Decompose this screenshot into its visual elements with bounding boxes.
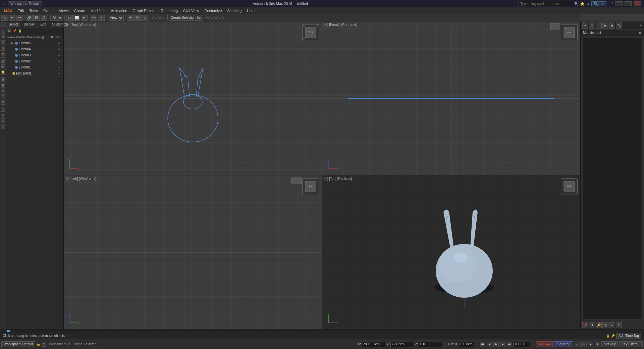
play-next-frame-icon[interactable]: ▶ — [500, 342, 505, 347]
vp-tl-navcube[interactable]: TOP — [302, 24, 319, 41]
se-item-ellipse001[interactable]: Ellipse001 ❄ — [6, 70, 63, 77]
cmd-expand-btn[interactable]: ▶ — [639, 22, 643, 29]
tool-extra1-icon[interactable]: ▷ — [1, 107, 5, 112]
mod-move-up-icon[interactable]: ▲ — [609, 322, 615, 328]
menu-create[interactable]: Create — [71, 8, 88, 13]
menu-max[interactable]: MAX — [1, 8, 15, 13]
menu-help[interactable]: Help — [244, 8, 257, 13]
menu-rendering[interactable]: Rendering — [158, 8, 180, 13]
toolbar-mirror-icon[interactable]: ⟺ — [91, 15, 97, 21]
menu-scripting[interactable]: Scripting — [225, 8, 245, 13]
tab-edit[interactable]: Edit — [38, 22, 49, 27]
se-lock-icon[interactable]: 🔒 — [17, 29, 22, 33]
minimize-button[interactable]: ─ — [615, 1, 623, 6]
toolbar-select-icon[interactable]: ↖ — [1, 15, 8, 21]
se-item-line002[interactable]: Line002 ❄ — [6, 58, 63, 64]
se-item-line004[interactable]: Line004 ❄ — [6, 46, 63, 52]
play-prev-frame-icon[interactable]: ◀ — [487, 342, 492, 347]
viewport-bottom-left[interactable]: [+] [Left] [Wireframe] LEFT Y Z — [64, 176, 322, 329]
mod-delete-icon[interactable]: 🗑 — [602, 322, 608, 328]
toolbar-link-icon[interactable]: 🔗 — [26, 15, 33, 21]
nav-end-icon[interactable]: ⏭ — [581, 342, 587, 347]
se-item-line005[interactable]: ▶ Line005 ❄ — [6, 40, 63, 46]
toolbar-scale-icon[interactable]: ⤢ — [142, 15, 148, 21]
toolbar-move-icon[interactable]: ✛ — [127, 15, 133, 21]
search-input[interactable] — [519, 1, 572, 6]
menu-group[interactable]: Group — [41, 8, 56, 13]
toolbar-select-region-icon[interactable]: ⬜ — [73, 15, 80, 21]
viewport-top-left[interactable]: [+] [Top] [Wireframe] TOP — [64, 21, 322, 175]
modifier-list-area[interactable] — [582, 38, 643, 319]
maximize-button[interactable]: □ — [625, 1, 632, 6]
vp-bl-navcube[interactable]: LEFT — [302, 178, 319, 195]
set-key-button[interactable]: Set Key — [601, 341, 618, 347]
tool-camera-icon[interactable]: 📷 — [1, 64, 5, 69]
selection-filter[interactable]: All — [50, 15, 63, 21]
coord-y-input[interactable] — [390, 342, 414, 347]
frame-counter[interactable]: 0 / 100 — [514, 342, 530, 347]
tool-panel1-icon[interactable]: ▦ — [1, 77, 5, 82]
workspace-settings-icon[interactable]: ⚙ — [42, 342, 46, 347]
mod-key-icon[interactable]: 🔑 — [596, 322, 602, 328]
workspace-button[interactable]: Workspace: Default — [1, 341, 35, 347]
tool-rotate-icon[interactable]: ↻ — [1, 46, 5, 51]
tool-scale-icon[interactable]: ⤢ — [1, 52, 5, 56]
play-next-icon[interactable]: ⏭ — [507, 342, 512, 347]
nav-start-icon[interactable]: ⏮ — [575, 342, 580, 347]
vp-tr-navcube[interactable]: FRONT — [561, 24, 578, 41]
toolbar-select-name-icon[interactable]: H — [81, 15, 88, 21]
cmd-create-icon[interactable]: ✛ — [582, 22, 588, 29]
viewport-bottom-right[interactable]: [+] [Top] [Realistic] TOP — [322, 176, 580, 329]
tool-extra4-icon[interactable]: ⬛ — [1, 124, 5, 129]
tab-select[interactable]: Select — [6, 22, 21, 27]
tool-panel4-icon[interactable]: ⬡ — [1, 94, 5, 99]
cmd-motion-icon[interactable]: ▶ — [602, 22, 608, 29]
create-selection-set-button[interactable]: Create Selection Set — [169, 15, 203, 21]
play-prev-icon[interactable]: ⏮ — [480, 342, 485, 347]
tab-customize[interactable]: Customize — [49, 22, 70, 27]
mod-pause-icon[interactable]: ⏸ — [589, 322, 595, 328]
tool-move-icon[interactable]: ✛ — [1, 40, 5, 45]
toolbar-bind-icon[interactable]: ⬡ — [41, 15, 47, 21]
menu-edit[interactable]: Edit — [15, 8, 26, 13]
se-close-icon[interactable]: ✕ — [7, 29, 11, 33]
tool-light-icon[interactable]: 💡 — [1, 70, 5, 75]
tool-panel5-icon[interactable]: ⊞ — [1, 100, 5, 105]
play-btn-icon[interactable]: ▶ — [493, 342, 499, 347]
cmd-display-icon[interactable]: ◉ — [609, 22, 615, 29]
tool-select-icon[interactable]: ↖ — [1, 29, 5, 34]
se-item-line001[interactable]: Line001 ❄ — [6, 64, 63, 70]
toolbar-redo-icon[interactable]: ↪ — [16, 15, 23, 21]
menu-customize[interactable]: Customize — [202, 8, 225, 13]
viewport-top-right[interactable]: [+] [Front] [Wireframe] FRONT X Z — [322, 21, 580, 175]
coord-z-input[interactable] — [419, 342, 442, 347]
toolbar-align-icon[interactable]: ≡ — [98, 15, 105, 21]
vp-br-navcube[interactable]: TOP — [561, 178, 578, 195]
mod-move-down-icon[interactable]: ▼ — [616, 322, 622, 328]
menu-views[interactable]: Views — [56, 8, 71, 13]
cmd-hierarchy-icon[interactable]: ⋱ — [596, 22, 602, 29]
toolbar-rotate-icon[interactable]: ↻ — [134, 15, 141, 21]
nav-up-icon[interactable]: ▲ — [588, 342, 593, 347]
tool-extra3-icon[interactable]: △ — [1, 118, 5, 123]
view-mode-select[interactable]: View — [108, 15, 124, 21]
mod-pin-icon[interactable]: 📌 — [582, 322, 588, 328]
se-item-line003[interactable]: Line003 ❄ — [6, 52, 63, 58]
tab-display[interactable]: Display — [21, 22, 38, 27]
nav-down-icon[interactable]: ▼ — [595, 342, 600, 347]
key-filters-button[interactable]: Key Filters... — [619, 341, 643, 347]
toolbar-undo-icon[interactable]: ↩ — [9, 15, 15, 21]
tool-panel2-icon[interactable]: ▣ — [1, 83, 5, 88]
auto-key-button[interactable]: Auto Key — [536, 341, 553, 347]
add-time-tag-button[interactable]: Add Time Tag — [616, 333, 641, 339]
toolbar-select-obj-icon[interactable]: ◻ — [66, 15, 73, 21]
menu-civil-view[interactable]: Civil View — [180, 8, 202, 13]
tool-link-icon[interactable]: 🔗 — [1, 59, 5, 63]
menu-tools[interactable]: Tools — [26, 8, 41, 13]
toolbar-unlink-icon[interactable]: ⛓ — [33, 15, 40, 21]
tool-extra2-icon[interactable]: ◇ — [1, 113, 5, 117]
se-pin-icon[interactable]: 📌 — [12, 29, 17, 33]
menu-graph-editors[interactable]: Graph Editors — [130, 8, 158, 13]
tool-select2-icon[interactable]: ◻ — [1, 35, 5, 39]
tool-panel3-icon[interactable]: ◈ — [1, 89, 5, 93]
